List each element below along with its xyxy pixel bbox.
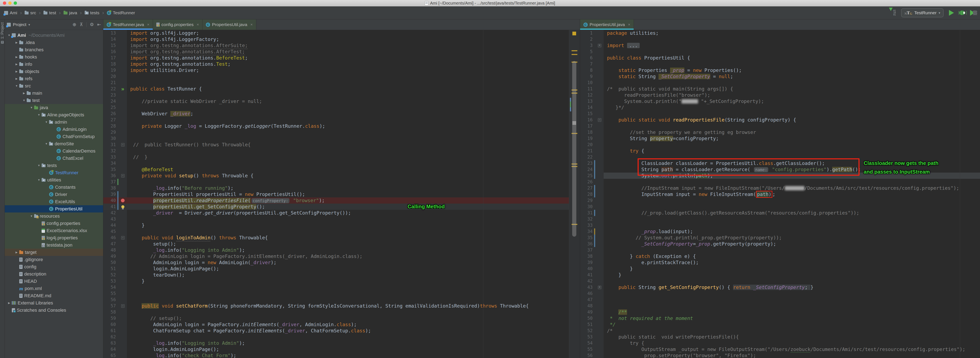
code-text[interactable]: public class TestRunner { <box>127 86 569 92</box>
tree-item-driver[interactable]: Driver <box>5 191 103 198</box>
chevron-right-icon[interactable]: ▶ <box>14 41 19 44</box>
project-panel-title[interactable]: Project <box>13 22 26 27</box>
code-text[interactable]: public class PropertiesUtil { <box>604 55 980 61</box>
line-number[interactable]: 6 <box>580 55 594 61</box>
chevron-right-icon[interactable]: ▶ <box>14 63 19 66</box>
line-number[interactable]: 12 <box>580 92 594 98</box>
line-number[interactable]: 62 <box>103 334 117 340</box>
line-number[interactable]: 52 <box>580 328 594 334</box>
code-text[interactable]: }*/ <box>604 105 980 111</box>
code-text[interactable]: _log.info("Before running"); <box>127 185 569 191</box>
code-text[interactable] <box>127 296 569 303</box>
chevron-down-icon[interactable]: ▼ <box>14 84 19 87</box>
code-text[interactable] <box>127 148 569 154</box>
line-number[interactable]: 50 <box>580 315 594 322</box>
line-number[interactable]: 47 <box>103 241 117 247</box>
code-text[interactable] <box>604 296 980 303</box>
code-text[interactable]: import org.testng.annotations.AfterTest; <box>127 49 569 55</box>
code-text[interactable] <box>604 49 980 55</box>
line-number[interactable]: 18 <box>103 61 117 67</box>
code-text[interactable]: _SetConfigProperty=_prop.getProperty(pro… <box>604 241 980 247</box>
line-number[interactable]: 53 <box>580 334 594 340</box>
line-number[interactable]: 49 <box>103 253 117 260</box>
line-number[interactable]: 19 <box>580 135 594 142</box>
code-text[interactable] <box>604 216 980 222</box>
tree-item-gitignore[interactable]: .gitignore <box>5 256 103 263</box>
code-text[interactable]: // public TestRunner() throws Throwable{ <box>127 142 569 148</box>
code-text[interactable]: InputStream input = new FileInputStream(… <box>604 191 980 197</box>
fold-collapse-icon[interactable]: - <box>121 236 125 239</box>
run-button[interactable] <box>949 10 954 16</box>
line-number[interactable]: 39 <box>580 260 594 266</box>
code-text[interactable]: readPropertiesFile("browser"); <box>604 92 980 98</box>
tab-testrunner-java[interactable]: TestRunner.java× <box>103 19 153 30</box>
line-number[interactable]: 28 <box>580 191 594 197</box>
code-text[interactable]: import ... <box>604 42 980 49</box>
tree-item-java[interactable]: ▼java <box>5 104 103 111</box>
error-stripe-scrollbar[interactable] <box>569 30 580 358</box>
tree-item-log4j-properties[interactable]: log4j.properties <box>5 234 103 241</box>
breadcrumb-item-tests[interactable]: tests <box>84 10 100 16</box>
tree-item-config[interactable]: config <box>5 263 103 270</box>
tab-propertiesutil-java[interactable]: PropertiesUtil.java× <box>202 19 256 30</box>
code-text[interactable]: _log.info("check Chat Form"); <box>127 352 569 358</box>
line-number[interactable]: 28 <box>103 123 117 129</box>
run-configuration-select[interactable]: NTGTestRunner▾ <box>901 8 943 17</box>
chevron-down-icon[interactable]: ▼ <box>21 99 27 102</box>
line-number[interactable]: 50 <box>103 260 117 266</box>
line-number[interactable]: 54 <box>103 284 117 290</box>
line-number[interactable]: 1 <box>580 30 594 36</box>
code-text[interactable]: /** <box>604 309 980 315</box>
line-number[interactable]: 37 <box>103 179 117 185</box>
chevron-down-icon[interactable]: ▼ <box>36 178 41 182</box>
code-text[interactable] <box>127 135 569 142</box>
code-text[interactable]: * not required at the moment <box>604 315 980 322</box>
chevron-down-icon[interactable]: ▼ <box>36 113 41 116</box>
fold-collapse-icon[interactable]: - <box>121 143 125 147</box>
line-number[interactable]: 58 <box>103 309 117 315</box>
tree-item-branches[interactable]: branches <box>5 46 103 53</box>
line-number[interactable]: 38 <box>103 185 117 191</box>
update-project-icon[interactable]: 011001 <box>889 10 896 16</box>
line-number[interactable]: 49 <box>580 309 594 315</box>
tab-propertiesutil-java[interactable]: PropertiesUtil.java× <box>580 19 634 30</box>
line-number[interactable]: 13 <box>103 30 117 36</box>
line-number[interactable]: 30 <box>103 135 117 142</box>
code-text[interactable] <box>604 142 980 148</box>
tree-item-hooks[interactable]: ▶hooks <box>5 53 103 60</box>
line-number[interactable]: 34 <box>103 160 117 166</box>
editor-propertiesutil[interactable]: 1package utilities;23+import ...56public… <box>580 30 980 358</box>
line-number[interactable]: 40 <box>580 266 594 272</box>
fold-collapse-icon[interactable]: - <box>598 118 601 122</box>
code-text[interactable]: propertiesUtil.readPropertiesFile(config… <box>127 197 569 204</box>
tree-item-propertiesutil[interactable]: PropertiesUtil <box>5 205 103 212</box>
line-number[interactable]: 33 <box>580 222 594 228</box>
tree-item-src[interactable]: ▼src <box>5 82 103 90</box>
line-number[interactable]: 17 <box>580 123 594 129</box>
line-number[interactable]: 29 <box>103 129 117 135</box>
breadcrumb-item-src[interactable]: src <box>24 10 37 16</box>
line-number[interactable]: 27 <box>580 185 594 191</box>
tree-item-chatexcel[interactable]: ChatExcel <box>5 155 103 162</box>
line-number[interactable]: 54 <box>580 340 594 346</box>
line-number[interactable]: 32 <box>103 148 117 154</box>
code-text[interactable]: public void loginToAdmin() throws Throwa… <box>127 234 569 241</box>
line-number[interactable]: 52 <box>103 272 117 278</box>
line-number[interactable]: 17 <box>103 55 117 61</box>
code-text[interactable] <box>127 334 569 340</box>
line-number[interactable]: 51 <box>103 266 117 272</box>
code-text[interactable]: public static void writePropertiesFile()… <box>604 334 980 340</box>
tree-item-utilities[interactable]: ▼utilities <box>5 176 103 184</box>
line-number[interactable]: 10 <box>580 79 594 86</box>
close-icon[interactable]: × <box>628 22 630 27</box>
line-number[interactable]: 29 <box>580 197 594 204</box>
chevron-right-icon[interactable]: ▶ <box>21 92 27 95</box>
code-text[interactable]: } catch (Exception e) { <box>604 253 980 260</box>
code-text[interactable] <box>604 197 980 204</box>
tree-item-config-properties[interactable]: config.properties <box>5 220 103 227</box>
scrollbar-thumb[interactable] <box>572 61 576 237</box>
code-text[interactable] <box>604 303 980 309</box>
code-text[interactable]: import org.slf4j.LoggerFactory; <box>127 36 569 42</box>
chevron-down-icon[interactable]: ▼ <box>44 120 49 124</box>
tree-item-head[interactable]: HEAD <box>5 277 103 285</box>
